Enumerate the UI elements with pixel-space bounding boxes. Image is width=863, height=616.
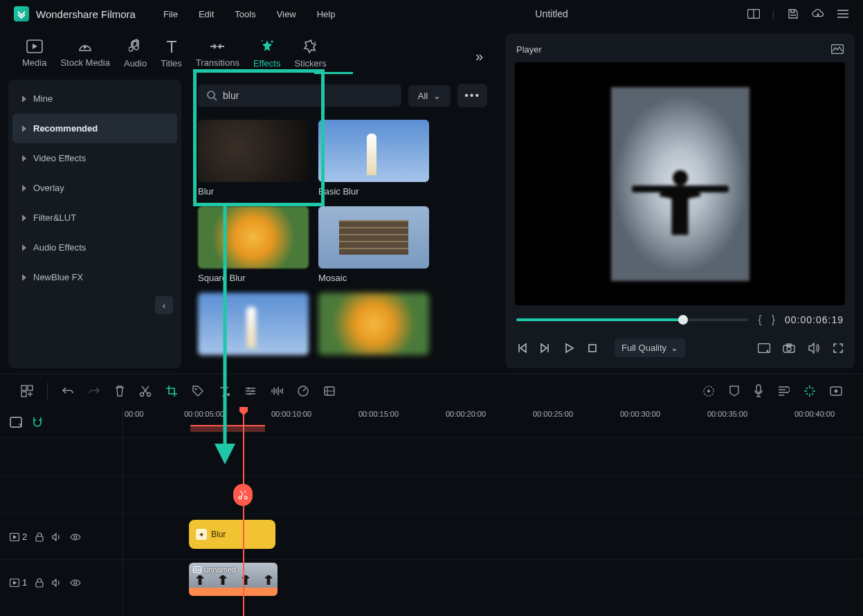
effect-card[interactable] bbox=[318, 293, 429, 355]
volume-icon[interactable] bbox=[808, 343, 820, 354]
mute-icon[interactable] bbox=[52, 579, 62, 587]
display-settings-icon[interactable] bbox=[758, 343, 770, 353]
expand-tabs-icon[interactable]: » bbox=[475, 48, 483, 64]
track-lane[interactable] bbox=[123, 475, 863, 514]
lock-icon[interactable] bbox=[35, 532, 44, 542]
tab-audio[interactable]: Audio bbox=[124, 39, 147, 74]
svg-rect-34 bbox=[10, 417, 21, 427]
menu-file[interactable]: File bbox=[163, 9, 178, 19]
search-input[interactable] bbox=[223, 90, 393, 101]
sidebar-label: Mine bbox=[33, 93, 53, 104]
mark-out-button[interactable]: } bbox=[772, 314, 775, 326]
marker-shield-icon[interactable] bbox=[729, 385, 740, 397]
effect-card[interactable] bbox=[198, 293, 309, 355]
more-options-button[interactable]: ••• bbox=[457, 84, 487, 107]
hamburger-icon[interactable] bbox=[837, 8, 849, 20]
prev-frame-button[interactable] bbox=[516, 343, 527, 354]
video-clip[interactable]: unnamed bbox=[189, 563, 278, 596]
add-track-icon[interactable] bbox=[21, 385, 33, 397]
save-icon[interactable] bbox=[787, 8, 799, 20]
speed-icon[interactable] bbox=[297, 385, 309, 397]
magnet-icon[interactable] bbox=[32, 416, 43, 428]
app-logo bbox=[14, 6, 29, 21]
svg-point-16 bbox=[787, 347, 791, 351]
sidebar-item-recommended[interactable]: Recommended bbox=[12, 114, 177, 143]
snapshot-icon[interactable] bbox=[783, 343, 795, 353]
menu-help[interactable]: Help bbox=[317, 9, 336, 19]
menu-edit[interactable]: Edit bbox=[199, 9, 214, 19]
timeline-layout-icon[interactable] bbox=[10, 417, 22, 428]
text-icon[interactable] bbox=[218, 385, 230, 397]
effect-card-basic-blur[interactable]: Basic Blur bbox=[318, 120, 429, 197]
tab-stickers[interactable]: Stickers bbox=[294, 39, 326, 74]
sidebar-label: Audio Effects bbox=[33, 242, 86, 253]
fullscreen-icon[interactable] bbox=[833, 343, 844, 354]
sidebar-item-newblue-fx[interactable]: NewBlue FX bbox=[12, 262, 177, 292]
adjust-icon[interactable] bbox=[244, 386, 257, 396]
sidebar-item-mine[interactable]: Mine bbox=[12, 84, 177, 114]
layout-icon[interactable] bbox=[747, 8, 760, 20]
video-track-lane[interactable]: unnamed bbox=[123, 559, 863, 605]
seek-bar[interactable] bbox=[516, 318, 748, 321]
sidebar-label: Recommended bbox=[33, 123, 98, 134]
visibility-icon[interactable] bbox=[70, 579, 81, 586]
cloud-icon[interactable] bbox=[812, 8, 824, 20]
crop-icon[interactable] bbox=[165, 385, 178, 397]
keyframe-icon[interactable] bbox=[830, 386, 842, 396]
sidebar-item-audio-effects[interactable]: Audio Effects bbox=[12, 233, 177, 262]
tab-label: Effects bbox=[253, 58, 281, 69]
quality-select[interactable]: Full Quality⌄ bbox=[615, 338, 685, 357]
undo-icon[interactable] bbox=[62, 386, 74, 396]
lock-icon[interactable] bbox=[35, 578, 44, 588]
stop-button[interactable] bbox=[587, 343, 598, 354]
redo-icon[interactable] bbox=[88, 386, 100, 396]
tab-stock-media[interactable]: Stock Media bbox=[60, 39, 110, 73]
search-icon bbox=[206, 90, 217, 101]
voiceover-icon[interactable] bbox=[754, 384, 763, 398]
menu-view[interactable]: View bbox=[277, 9, 296, 19]
track-lane[interactable] bbox=[123, 437, 863, 475]
svg-rect-35 bbox=[10, 417, 21, 427]
search-box[interactable] bbox=[198, 84, 401, 107]
effect-card-blur[interactable]: Blur bbox=[198, 120, 309, 197]
play-button[interactable] bbox=[563, 343, 574, 354]
effect-track-lane[interactable]: ✦ Blur bbox=[123, 514, 863, 559]
sidebar-item-overlay[interactable]: Overlay bbox=[12, 173, 177, 203]
sidebar-item-filter-lut[interactable]: Filter&LUT bbox=[12, 203, 177, 233]
render-icon[interactable] bbox=[702, 385, 715, 397]
effect-clip[interactable]: ✦ Blur bbox=[189, 520, 275, 549]
tab-effects[interactable]: Effects bbox=[253, 39, 281, 74]
color-icon[interactable] bbox=[323, 386, 336, 397]
tracks-area[interactable]: 00:00 00:00:05:00 00:00:10:00 00:00:15:0… bbox=[123, 407, 863, 616]
menu-tools[interactable]: Tools bbox=[235, 9, 255, 19]
ruler-mark: 00:00:10:00 bbox=[271, 410, 311, 418]
mute-icon[interactable] bbox=[52, 533, 62, 541]
sidebar-item-video-effects[interactable]: Video Effects bbox=[12, 143, 177, 173]
mark-in-button[interactable]: { bbox=[758, 314, 761, 326]
effect-card-square-blur[interactable]: Square Blur bbox=[198, 206, 309, 283]
svg-rect-19 bbox=[28, 386, 33, 390]
effects-sidebar: Mine Recommended Video Effects Overlay F… bbox=[8, 80, 181, 368]
preview-area[interactable] bbox=[515, 62, 845, 305]
tag-icon[interactable] bbox=[192, 385, 204, 397]
chevron-down-icon: ⌄ bbox=[671, 343, 678, 353]
tab-transitions[interactable]: Transitions bbox=[196, 39, 239, 73]
auto-reframe-icon[interactable] bbox=[803, 385, 816, 397]
delete-icon[interactable] bbox=[114, 385, 125, 397]
visibility-icon[interactable] bbox=[70, 534, 81, 541]
tab-titles[interactable]: Titles bbox=[161, 39, 182, 74]
split-icon[interactable] bbox=[139, 385, 152, 397]
timeline-ruler[interactable]: 00:00 00:00:05:00 00:00:10:00 00:00:15:0… bbox=[123, 407, 863, 437]
filter-select[interactable]: All⌄ bbox=[408, 85, 451, 107]
effect-card-mosaic[interactable]: Mosaic bbox=[318, 206, 429, 283]
audio-mixer-icon[interactable] bbox=[777, 386, 790, 397]
tab-media[interactable]: Media bbox=[22, 39, 46, 73]
equalizer-icon[interactable] bbox=[271, 386, 283, 397]
collapse-sidebar-button[interactable]: ‹ bbox=[155, 296, 173, 314]
scope-icon[interactable] bbox=[831, 43, 844, 55]
cut-track-head bbox=[0, 475, 122, 514]
titlebar: Wondershare Filmora File Edit Tools View… bbox=[0, 0, 863, 28]
step-back-button[interactable] bbox=[540, 343, 551, 354]
playhead[interactable] bbox=[243, 407, 244, 616]
effects-content: All⌄ ••• Blur Basic Blur Square Blur bbox=[188, 80, 497, 368]
